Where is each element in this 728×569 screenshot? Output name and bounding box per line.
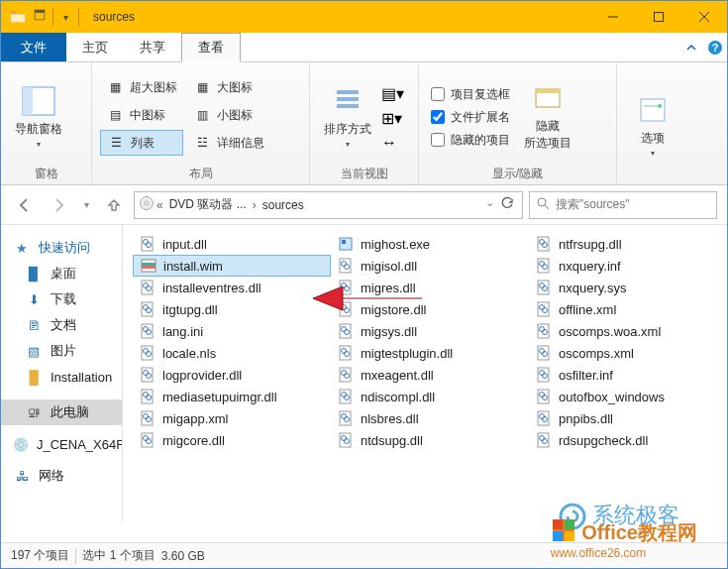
list-icon: ☰ bbox=[107, 136, 125, 150]
layout-list[interactable]: ☰列表 bbox=[100, 130, 183, 156]
file-item[interactable]: rdsupgcheck.dll bbox=[529, 429, 727, 451]
file-item[interactable]: offline.xml bbox=[529, 298, 727, 320]
chevron-right-icon[interactable]: « bbox=[156, 198, 163, 212]
selection-count: 选中 1 个项目 bbox=[82, 547, 155, 564]
file-item[interactable]: logprovider.dll bbox=[133, 364, 331, 386]
file-name: input.dll bbox=[162, 237, 207, 252]
file-item[interactable]: install.wim bbox=[133, 255, 331, 277]
sizecolumns-icon[interactable]: ↔ bbox=[381, 134, 404, 152]
item-checkboxes-toggle[interactable]: 项目复选框 bbox=[431, 86, 510, 103]
content-area: ★ 快速访问 ▉桌面 ⬇下载 🖹文档 ▧图片 █Installation 🖳此电… bbox=[1, 225, 727, 522]
breadcrumb[interactable]: sources bbox=[259, 198, 308, 212]
ribbon-collapse-button[interactable] bbox=[679, 33, 703, 61]
recent-dropdown[interactable]: ▾ bbox=[78, 191, 94, 219]
hide-selected-button[interactable]: 隐藏 所选项目 bbox=[518, 78, 577, 152]
quick-access[interactable]: ★ 快速访问 bbox=[1, 235, 122, 261]
breadcrumb[interactable]: DVD 驱动器 ... bbox=[165, 196, 251, 213]
layout-medium[interactable]: ▤中图标 bbox=[100, 102, 183, 128]
file-item[interactable]: nlsbres.dll bbox=[331, 407, 529, 429]
details-icon: ☳ bbox=[193, 136, 211, 150]
help-button[interactable]: ? bbox=[703, 33, 727, 61]
share-tab[interactable]: 共享 bbox=[124, 33, 181, 61]
options-button[interactable]: 选项 ▾ bbox=[625, 90, 680, 158]
file-item[interactable]: nxquery.inf bbox=[529, 255, 727, 277]
file-item[interactable]: itgtupg.dll bbox=[133, 298, 331, 320]
layout-details[interactable]: ☳详细信息 bbox=[187, 130, 270, 156]
file-icon bbox=[535, 431, 553, 449]
watermark: Office教程网 www.office26.com bbox=[551, 517, 697, 560]
view-tab[interactable]: 查看 bbox=[181, 33, 241, 62]
file-item[interactable]: migapp.xml bbox=[133, 407, 331, 429]
file-item[interactable]: migisol.dll bbox=[331, 255, 529, 277]
file-item[interactable]: locale.nls bbox=[133, 342, 331, 364]
groupby-icon[interactable]: ▤▾ bbox=[381, 84, 404, 103]
file-item[interactable]: migsys.dll bbox=[331, 320, 529, 342]
file-item[interactable]: installeventres.dll bbox=[133, 277, 331, 298]
file-item[interactable]: nxquery.sys bbox=[529, 277, 727, 298]
chevron-down-icon: ▾ bbox=[9, 140, 68, 149]
close-button[interactable] bbox=[681, 1, 727, 33]
file-name: ntdsupg.dll bbox=[361, 433, 423, 448]
file-item[interactable]: migtestplugin.dll bbox=[331, 342, 529, 364]
sort-button[interactable]: 排序方式 ▾ bbox=[318, 81, 377, 149]
tiles-icon: ▦ bbox=[193, 80, 211, 94]
layout-extra-large[interactable]: ▦超大图标 bbox=[100, 74, 183, 100]
sidebar-item-downloads[interactable]: ⬇下载 bbox=[1, 286, 122, 312]
addcolumn-icon[interactable]: ⊞▾ bbox=[381, 109, 404, 128]
svg-rect-116 bbox=[565, 531, 574, 541]
back-button[interactable] bbox=[11, 191, 39, 219]
file-icon bbox=[535, 257, 553, 275]
hidden-items-toggle[interactable]: 隐藏的项目 bbox=[431, 132, 510, 149]
up-button[interactable] bbox=[100, 191, 128, 219]
search-icon bbox=[536, 196, 550, 213]
sidebar-item-pictures[interactable]: ▧图片 bbox=[1, 338, 122, 364]
dropdown-icon[interactable]: ⌄ bbox=[485, 196, 494, 213]
file-name: migsys.dll bbox=[361, 324, 417, 339]
file-item[interactable]: outofbox_windows bbox=[529, 386, 727, 407]
file-item[interactable]: osfilter.inf bbox=[529, 364, 727, 386]
file-name: install.wim bbox=[163, 259, 223, 274]
file-item[interactable]: ntdsupg.dll bbox=[331, 429, 529, 451]
minimize-button[interactable] bbox=[590, 1, 636, 33]
maximize-button[interactable] bbox=[636, 1, 681, 33]
file-tab[interactable]: 文件 bbox=[1, 33, 66, 61]
layout-small[interactable]: ▥小图标 bbox=[187, 102, 270, 128]
forward-button[interactable] bbox=[45, 191, 72, 219]
qat-item[interactable] bbox=[33, 8, 47, 26]
qat-dropdown[interactable]: ▾ bbox=[59, 12, 72, 23]
address-bar[interactable]: « DVD 驱动器 ... › sources ⌄ bbox=[134, 191, 523, 219]
sidebar-item-drive[interactable]: 💿J_CENA_X64FREV bbox=[1, 431, 122, 457]
sidebar-item-network[interactable]: 🖧网络 bbox=[1, 463, 122, 489]
file-name: ndiscompl.dll bbox=[361, 390, 435, 404]
chevron-right-icon[interactable]: › bbox=[253, 198, 257, 212]
sidebar-item-installation[interactable]: █Installation bbox=[1, 364, 122, 390]
file-extensions-toggle[interactable]: 文件扩展名 bbox=[431, 109, 510, 126]
sidebar-item-thispc[interactable]: 🖳此电脑 bbox=[1, 399, 122, 425]
refresh-icon[interactable] bbox=[500, 196, 514, 213]
layout-large[interactable]: ▦大图标 bbox=[187, 74, 270, 100]
file-item[interactable]: mxeagent.dll bbox=[331, 364, 529, 386]
home-tab[interactable]: 主页 bbox=[66, 33, 124, 61]
file-list[interactable]: input.dllmighost.exentfrsupg.dllinstall.… bbox=[123, 225, 727, 522]
file-item[interactable]: oscomps.woa.xml bbox=[529, 320, 727, 342]
separator bbox=[52, 8, 53, 26]
file-name: rdsupgcheck.dll bbox=[559, 433, 648, 448]
svg-point-17 bbox=[658, 104, 662, 108]
file-item[interactable]: mighost.exe bbox=[331, 233, 529, 255]
file-item[interactable]: pnpibs.dll bbox=[529, 407, 727, 429]
sidebar-item-documents[interactable]: 🖹文档 bbox=[1, 312, 122, 338]
file-icon bbox=[535, 344, 553, 362]
file-item[interactable]: lang.ini bbox=[133, 320, 331, 342]
navigation-pane-button[interactable]: 导航窗格 ▾ bbox=[9, 81, 68, 149]
file-icon bbox=[535, 235, 553, 253]
search-input[interactable]: 搜索"sources" bbox=[529, 191, 717, 219]
file-item[interactable]: input.dll bbox=[133, 233, 331, 255]
sidebar-item-desktop[interactable]: ▉桌面 bbox=[1, 261, 122, 286]
file-item[interactable]: ntfrsupg.dll bbox=[529, 233, 727, 255]
file-item[interactable]: oscomps.xml bbox=[529, 342, 727, 364]
file-item[interactable]: ndiscompl.dll bbox=[331, 386, 529, 407]
file-item[interactable]: mediasetupuimgr.dll bbox=[133, 386, 331, 407]
svg-rect-1 bbox=[35, 10, 45, 13]
file-item[interactable]: migcore.dll bbox=[133, 429, 331, 451]
file-name: mxeagent.dll bbox=[361, 368, 434, 383]
